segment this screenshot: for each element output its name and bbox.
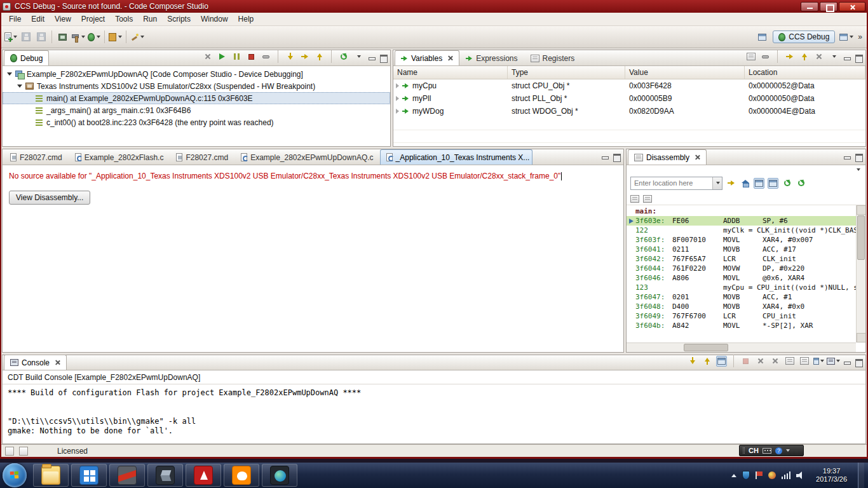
menu-scripts[interactable]: Scripts bbox=[162, 13, 196, 25]
suspend-button[interactable] bbox=[231, 51, 242, 62]
taskbar-app-red-button[interactable] bbox=[109, 464, 145, 487]
close-tab-icon[interactable] bbox=[55, 360, 60, 365]
build-button[interactable] bbox=[70, 29, 86, 44]
taskbar-app-cube-button[interactable] bbox=[147, 464, 183, 487]
tab-expressions[interactable]: Expressions bbox=[459, 50, 524, 65]
taskbar-ccs-button[interactable] bbox=[262, 464, 297, 487]
language-bar[interactable]: CH ? bbox=[739, 445, 804, 456]
pin-console-button[interactable] bbox=[799, 356, 810, 367]
antivirus-tray-icon[interactable] bbox=[768, 471, 776, 479]
tab-disassembly[interactable]: Disassembly bbox=[628, 149, 707, 165]
help-icon[interactable]: ? bbox=[775, 447, 782, 454]
menu-help[interactable]: Help bbox=[233, 13, 259, 25]
disasm-line[interactable]: 3f6042: 767F65A7 LCR CLK_init bbox=[627, 254, 856, 264]
open-perspective-button[interactable] bbox=[754, 29, 770, 44]
collapse-all-button[interactable] bbox=[760, 51, 771, 62]
editor-tab-example-epwm-c[interactable]: Example_2802xEPwmUpDownAQ.c bbox=[234, 149, 379, 165]
terminate-button[interactable] bbox=[740, 356, 751, 367]
tab-debug[interactable]: Debug bbox=[4, 50, 49, 65]
wand-button[interactable] bbox=[129, 29, 146, 44]
step-return-button[interactable] bbox=[314, 51, 325, 62]
variable-row-mywdog[interactable]: myWDog struct WDOG_Obj * 0x0820D9AA 0x00… bbox=[393, 105, 865, 118]
tab-registers[interactable]: Registers bbox=[524, 50, 581, 65]
tree-item-device[interactable]: Texas Instruments XDS100v2 USB Emulator/… bbox=[3, 80, 390, 92]
location-combo[interactable] bbox=[630, 177, 722, 190]
taskbar-uc-browser-button[interactable] bbox=[224, 464, 259, 487]
terminate-button[interactable] bbox=[246, 51, 257, 62]
location-input[interactable] bbox=[631, 177, 712, 189]
toolbar-overflow-chevron[interactable]: » bbox=[858, 32, 862, 41]
volume-icon[interactable] bbox=[796, 471, 805, 479]
disasm-line[interactable]: 3f6044: 761F0220 MOVW DP, #0x220 bbox=[627, 264, 856, 273]
langbar-grip[interactable] bbox=[743, 447, 745, 454]
scroll-up-button[interactable] bbox=[857, 205, 865, 215]
disasm-line[interactable]: 3f6041: 0211 MOVB ACC, #17 bbox=[627, 245, 856, 254]
flag-icon[interactable] bbox=[756, 471, 763, 479]
minimize-view-button[interactable] bbox=[367, 54, 376, 62]
start-button[interactable] bbox=[3, 463, 27, 487]
disasm-line[interactable]: 3f603f: 8F007010 MOVL XAR4, #0x007 bbox=[627, 235, 856, 245]
settings-view-icon[interactable] bbox=[643, 195, 652, 203]
minimize-button[interactable] bbox=[801, 2, 818, 11]
export-button[interactable] bbox=[799, 51, 810, 62]
maximize-button[interactable] bbox=[820, 2, 837, 11]
tree-item-frame-main[interactable]: main() at Example_2802xEPwmUpDownAQ.c:11… bbox=[3, 92, 390, 104]
variable-value[interactable]: 0x0820D9AA bbox=[625, 105, 745, 118]
display-console-button[interactable] bbox=[813, 356, 824, 367]
minimize-view-button[interactable] bbox=[843, 358, 851, 366]
scroll-lock-down-button[interactable] bbox=[687, 356, 698, 367]
target-config-button[interactable] bbox=[55, 29, 70, 44]
view-menu-chevron-icon[interactable] bbox=[857, 168, 860, 171]
variable-row-mycpu[interactable]: myCpu struct CPU_Obj * 0x003F6428 0x0000… bbox=[393, 79, 865, 92]
scrollbar-thumb[interactable] bbox=[857, 215, 865, 260]
disasm-line-current[interactable]: 3f603e: FE06 ADDB SP, #6 bbox=[627, 216, 856, 226]
expander-collapsed-icon[interactable] bbox=[396, 96, 399, 101]
variable-value[interactable]: 0x000005B9 bbox=[625, 92, 745, 105]
variable-value[interactable]: 0x003F6428 bbox=[625, 79, 745, 92]
maximize-view-button[interactable] bbox=[612, 153, 621, 161]
menu-window[interactable]: Window bbox=[196, 13, 233, 25]
taskbar-clock[interactable]: 19:37 2017/3/26 bbox=[811, 467, 852, 484]
expander-expanded-icon[interactable] bbox=[7, 72, 12, 76]
disconnect-button[interactable] bbox=[261, 51, 271, 62]
new-button[interactable] bbox=[3, 29, 18, 44]
locate-pc-button[interactable] bbox=[726, 178, 736, 189]
view-menu-button[interactable] bbox=[828, 51, 839, 62]
menu-edit[interactable]: Edit bbox=[26, 13, 50, 25]
close-button[interactable] bbox=[839, 2, 865, 11]
resume-button[interactable] bbox=[217, 51, 227, 62]
remove-launch-button[interactable] bbox=[755, 356, 766, 367]
ime-indicator[interactable]: CH bbox=[749, 447, 759, 454]
maximize-view-button[interactable] bbox=[854, 153, 863, 161]
remove-all-launches-button[interactable] bbox=[770, 356, 780, 367]
restart-button[interactable] bbox=[338, 51, 349, 62]
disasm-line[interactable]: 3f6046: A806 MOVL @0x6, XAR4 bbox=[627, 273, 856, 283]
show-on-output-button[interactable] bbox=[716, 356, 727, 367]
view-menu-button[interactable] bbox=[353, 51, 363, 62]
network-signal-icon[interactable] bbox=[782, 471, 790, 479]
tab-variables[interactable]: Variables bbox=[395, 50, 459, 65]
close-tab-icon[interactable] bbox=[447, 55, 453, 61]
refresh-button[interactable] bbox=[782, 178, 792, 189]
taskbar-app-grid-button[interactable] bbox=[71, 464, 107, 487]
editor-tab-f28027-cmd-1[interactable]: F28027.cmd bbox=[4, 149, 69, 165]
menu-run[interactable]: Run bbox=[138, 13, 162, 25]
disasm-line[interactable]: 3f6047: 0201 MOVB ACC, #1 bbox=[627, 292, 856, 302]
editor-tab-application-active[interactable]: _Application_10_Texas Instruments X... bbox=[380, 149, 532, 165]
maximize-view-button[interactable] bbox=[379, 54, 388, 62]
save-all-button[interactable] bbox=[34, 29, 49, 44]
disasm-line[interactable]: 3f604b: A842 MOVL *-SP[2], XAR bbox=[627, 321, 856, 330]
maximize-view-button[interactable] bbox=[854, 358, 863, 366]
save-button[interactable] bbox=[18, 29, 34, 44]
column-header-type[interactable]: Type bbox=[508, 66, 625, 79]
editor-tab-example-flash-c[interactable]: Example_2802xFlash.c bbox=[69, 149, 170, 165]
console-output[interactable]: **** Build of configuration Flash for pr… bbox=[3, 384, 865, 436]
expander-collapsed-icon[interactable] bbox=[396, 109, 399, 114]
combo-dropdown-button[interactable] bbox=[712, 177, 722, 189]
column-header-name[interactable]: Name bbox=[393, 66, 508, 79]
tree-item-frame-c-int00[interactable]: c_int00() at boot28.inc:223 0x3F6428 (th… bbox=[3, 116, 390, 128]
langbar-options-icon[interactable] bbox=[786, 449, 790, 452]
disassembly-listing[interactable]: main: 3f603e: FE06 ADDB SP, #6 122 myClk… bbox=[627, 205, 865, 352]
ccs-debug-perspective-button[interactable]: CCS Debug bbox=[773, 30, 835, 43]
minimize-view-button[interactable] bbox=[843, 54, 851, 62]
